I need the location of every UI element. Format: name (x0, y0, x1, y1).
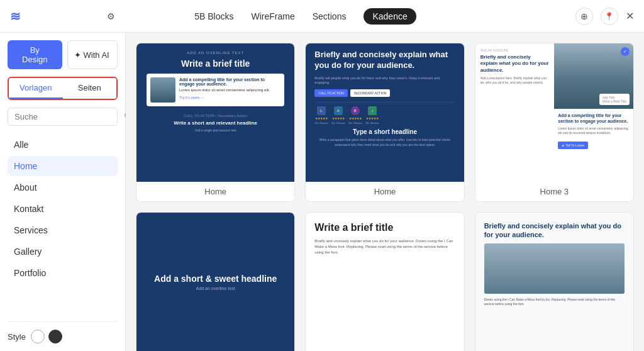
template-label-1: Home (136, 182, 294, 201)
tmpl3-overline: ADD AN OVERLINE (480, 48, 550, 52)
tmpl6-image (484, 243, 625, 294)
main-layout: By Design ✦ With AI Vorlagen Seiten 🔍 Al… (0, 33, 644, 351)
nav-list: Alle Home About Kontakt Services Gallery… (8, 135, 118, 321)
tmpl1-headline: Write a short and relevant headline (174, 120, 257, 126)
template-label-3: Home 3 (475, 182, 633, 201)
style-circles (31, 330, 62, 343)
template-card-3[interactable]: ADD AN OVERLINE Briefly and concisely ex… (475, 43, 634, 202)
nav-item-services[interactable]: Services (8, 220, 118, 240)
sidebar-buttons: By Design ✦ With AI (8, 40, 118, 69)
tmpl5-title: Write a brief title (314, 221, 455, 233)
tmpl1-card-title: Add a compelling title for your section … (179, 77, 280, 86)
by-design-button[interactable]: By Design (8, 40, 62, 69)
nav-link-5bblocks[interactable]: 5B Blocks (194, 11, 233, 21)
top-nav: ≋ ⚙ 5B Blocks WireFrame Sections Kadence… (0, 0, 644, 33)
style-label: Style (8, 332, 26, 342)
tmpl3-title: Briefly and concisely explain what you d… (480, 54, 550, 74)
template-card-1[interactable]: ADD AN OVERLINE TEXT Write a brief title… (136, 43, 295, 202)
style-dark[interactable] (48, 330, 62, 343)
tmpl2-body: Write a paragraph that gives more detail… (314, 138, 455, 147)
tabs-container: Vorlagen Seiten (8, 77, 118, 100)
search-input[interactable] (14, 112, 120, 121)
gear-icon[interactable]: ⚙ (107, 11, 115, 21)
tmpl5-desc: Briefly and concisely explain what you d… (314, 238, 455, 255)
templates-grid: ADD AN OVERLINE TEXT Write a brief title… (136, 43, 634, 351)
tmpl3-bottom-desc: Lorem ipsum dolor sit amet consectetur a… (558, 126, 630, 135)
tmpl4-sub: Add an overline text (196, 286, 235, 291)
tmpl4-title: Add a short & sweet headline (154, 274, 277, 284)
tab-vorlagen[interactable]: Vorlagen (9, 78, 63, 99)
sidebar: By Design ✦ With AI Vorlagen Seiten 🔍 Al… (0, 33, 126, 351)
tmpl6-title: Briefly and concisely explain what you d… (484, 221, 625, 240)
nav-link-kadence[interactable]: Kadence (364, 8, 416, 25)
template-card-6[interactable]: Briefly and concisely explain what you d… (475, 212, 634, 351)
ai-star-icon: ✦ (74, 50, 81, 60)
tmpl3-btn: ► Tell To Lorem (558, 142, 588, 149)
close-icon[interactable]: ✕ (626, 10, 634, 22)
plus-icon[interactable]: ⊕ (575, 8, 593, 25)
tmpl1-overline: ADD AN OVERLINE TEXT (187, 51, 244, 55)
template-thumb-2: Briefly and concisely explain what you d… (306, 43, 464, 182)
nav-item-portfolio[interactable]: Portfolio (8, 263, 118, 283)
template-thumb-4: Add a short & sweet headline Add an over… (136, 213, 294, 351)
template-thumb-6: Briefly and concisely explain what you d… (475, 213, 633, 351)
template-thumb-3: ADD AN OVERLINE Briefly and concisely ex… (475, 43, 633, 182)
search-box: 🔍 (8, 108, 118, 126)
tab-seiten[interactable]: Seiten (63, 78, 117, 99)
sidebar-footer: Style (8, 321, 118, 343)
template-card-2[interactable]: Briefly and concisely explain what you d… (305, 43, 464, 202)
template-card-5[interactable]: Write a brief title Briefly and concisel… (305, 212, 464, 351)
nav-item-gallery[interactable]: Gallery (8, 242, 118, 262)
template-thumb-1: ADD AN OVERLINE TEXT Write a brief title… (136, 43, 294, 182)
tmpl1-title: Write a brief title (181, 58, 250, 69)
nav-actions: ⊕ 📍 ✕ (575, 8, 634, 25)
nav-item-home[interactable]: Home (8, 156, 118, 176)
content-area: ADD AN OVERLINE TEXT Write a brief title… (126, 33, 644, 351)
template-card-4[interactable]: Add a short & sweet headline Add an over… (136, 212, 295, 351)
tmpl1-divider: CALL TO ACTION • Secondary Action (184, 114, 247, 118)
tmpl3-bottom-title: Add a compelling title for your section … (558, 113, 630, 124)
with-ai-button[interactable]: ✦ With AI (67, 40, 118, 69)
tmpl2-headline: Type a short headline (314, 128, 455, 135)
template-label-2: Home (306, 182, 464, 201)
tmpl1-link1: Add a single and succinct text (195, 128, 236, 132)
nav-link-sections[interactable]: Sections (313, 11, 347, 21)
nav-link-wireframe[interactable]: WireFrame (252, 11, 295, 21)
nav-item-kontakt[interactable]: Kontakt (8, 199, 118, 219)
template-thumb-5: Write a brief title Briefly and concisel… (306, 213, 464, 351)
nav-item-about[interactable]: About (8, 177, 118, 198)
tmpl2-desc: Briefly tell people what you do for them… (314, 76, 455, 86)
tmpl6-desc: Donec using the I Can Make a Mess font b… (484, 298, 625, 307)
tmpl3-desc: Add a description here. Briefly explain … (480, 76, 550, 85)
pin-icon[interactable]: 📍 (601, 8, 618, 25)
tmpl2-title: Briefly and concisely explain what you d… (314, 50, 455, 71)
tmpl2-btn2: SECONDARY ACTION (350, 89, 391, 97)
app-logo: ≋ (10, 9, 21, 24)
style-light[interactable] (31, 330, 45, 343)
nav-item-alle[interactable]: Alle (8, 135, 118, 155)
nav-links: 5B Blocks WireFrame Sections Kadence (194, 8, 416, 25)
tmpl2-btn1: CALL TO ACTION (314, 89, 347, 97)
tmpl1-card-text: Lorem ipsum dolor sit amet consectetur a… (179, 87, 280, 92)
